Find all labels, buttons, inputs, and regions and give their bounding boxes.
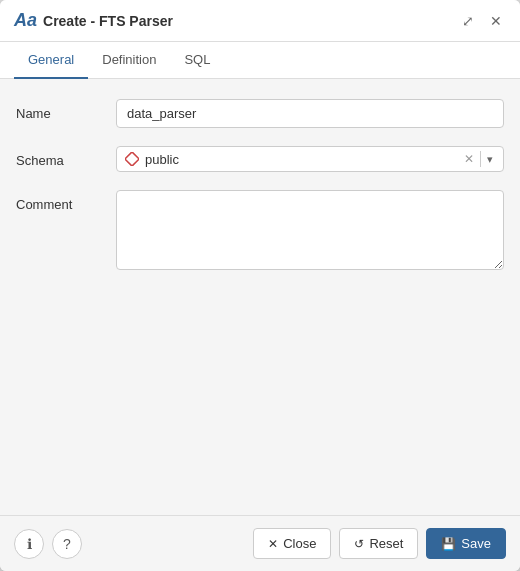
dialog: Aa Create - FTS Parser ⤢ ✕ General Defin… (0, 0, 520, 571)
schema-row: Schema public ✕ ▾ (16, 146, 504, 172)
svg-rect-0 (125, 152, 139, 166)
schema-control: public ✕ ▾ (116, 146, 504, 172)
footer: ℹ ? ✕ Close ↺ Reset 💾 Save (0, 515, 520, 571)
tab-general[interactable]: General (14, 42, 88, 79)
save-button[interactable]: 💾 Save (426, 528, 506, 559)
close-label: Close (283, 536, 316, 551)
app-logo: Aa (14, 10, 37, 31)
close-title-button[interactable]: ✕ (486, 11, 506, 31)
title-left: Aa Create - FTS Parser (14, 10, 173, 31)
expand-button[interactable]: ⤢ (458, 11, 478, 31)
close-button[interactable]: ✕ Close (253, 528, 331, 559)
title-bar: Aa Create - FTS Parser ⤢ ✕ (0, 0, 520, 42)
schema-actions: ✕ ▾ (462, 151, 495, 167)
tab-definition[interactable]: Definition (88, 42, 170, 79)
dialog-title: Create - FTS Parser (43, 13, 173, 29)
info-icon: ℹ (27, 536, 32, 552)
help-icon: ? (63, 536, 71, 552)
info-button[interactable]: ℹ (14, 529, 44, 559)
form-content: Name Schema public ✕ ▾ (0, 79, 520, 515)
name-row: Name (16, 99, 504, 128)
tab-sql[interactable]: SQL (170, 42, 224, 79)
comment-input[interactable] (116, 190, 504, 270)
reset-label: Reset (369, 536, 403, 551)
tabs: General Definition SQL (0, 42, 520, 79)
schema-label: Schema (16, 146, 116, 168)
schema-dropdown-icon[interactable]: ▾ (485, 153, 495, 166)
name-input[interactable] (116, 99, 504, 128)
comment-control (116, 190, 504, 274)
save-label: Save (461, 536, 491, 551)
footer-right: ✕ Close ↺ Reset 💾 Save (253, 528, 506, 559)
comment-label: Comment (16, 190, 116, 212)
schema-clear-icon[interactable]: ✕ (462, 152, 476, 166)
schema-value: public (145, 152, 456, 167)
save-icon: 💾 (441, 537, 456, 551)
help-button[interactable]: ? (52, 529, 82, 559)
title-actions: ⤢ ✕ (458, 11, 506, 31)
select-divider (480, 151, 481, 167)
schema-diamond-icon (125, 152, 139, 166)
reset-button[interactable]: ↺ Reset (339, 528, 418, 559)
schema-select[interactable]: public ✕ ▾ (116, 146, 504, 172)
name-label: Name (16, 99, 116, 121)
comment-row: Comment (16, 190, 504, 274)
name-control (116, 99, 504, 128)
reset-icon: ↺ (354, 537, 364, 551)
footer-left: ℹ ? (14, 529, 82, 559)
close-icon: ✕ (268, 537, 278, 551)
